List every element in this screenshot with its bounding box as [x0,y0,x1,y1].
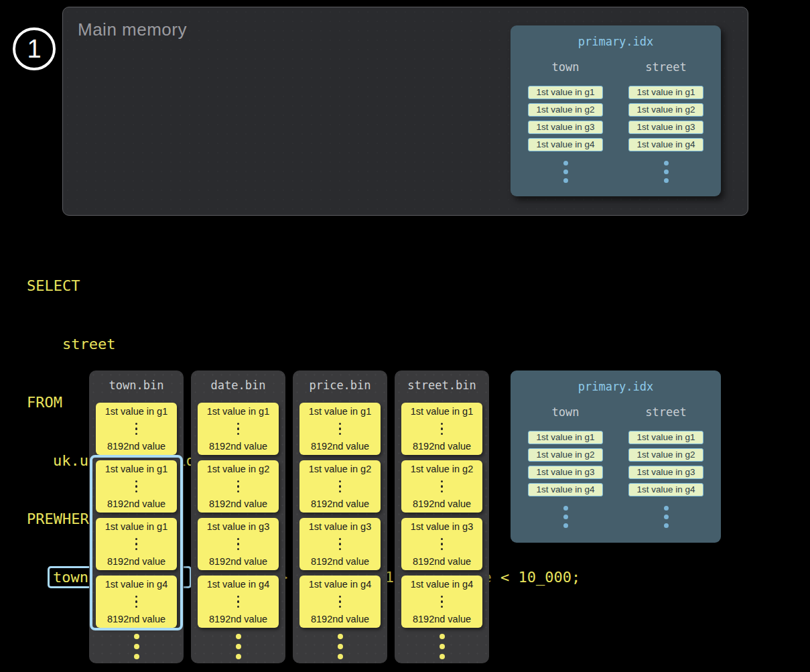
index-column-header: town [552,60,580,76]
granule-last-value: 8192nd value [209,556,267,567]
primary-index-panel-memory: primary.idx town 1st value in g1 1st val… [511,25,721,196]
main-memory-title: Main memory [78,19,187,40]
ellipsis-icon [135,538,138,551]
index-column-town: town 1st value in g1 1st value in g2 1st… [528,405,603,528]
granule-block: 1st value in g4 8192nd value [96,576,177,628]
ellipsis-icon [237,480,240,493]
ellipsis-icon [339,480,342,493]
index-entry: 1st value in g4 [528,483,603,496]
granule-block: 1st value in g3 8192nd value [401,518,482,570]
index-entry: 1st value in g3 [528,466,603,479]
bin-file-date: date.bin 1st value in g1 8192nd value 1s… [191,371,285,663]
index-entry: 1st value in g1 [528,431,603,444]
granule-block: 1st value in g2 8192nd value [401,460,482,513]
primary-index-title: primary.idx [511,380,721,395]
granule-first-value: 1st value in g1 [105,406,168,417]
granule-block: 1st value in g2 8192nd value [299,460,381,513]
index-entry: 1st value in g4 [528,138,603,151]
granule-last-value: 8192nd value [311,614,369,624]
index-entry: 1st value in g1 [628,86,703,99]
granule-first-value: 1st value in g1 [309,406,372,417]
granule-block: 1st value in g1 8192nd value [299,403,381,455]
granule-first-value: 1st value in g3 [411,521,474,532]
granule-block: 1st value in g1 8192nd value [96,460,177,513]
granule-block: 1st value in g1 8192nd value [401,403,482,455]
ellipsis-icon [237,423,240,435]
granule-last-value: 8192nd value [209,614,267,624]
granule-last-value: 8192nd value [311,441,369,452]
bin-file-title: town.bin [89,379,184,393]
ellipsis-icon [135,423,138,435]
index-entry: 1st value in g2 [528,103,603,117]
index-entry: 1st value in g2 [528,448,603,462]
granule-first-value: 1st value in g1 [105,464,168,474]
granule-first-value: 1st value in g4 [207,579,270,590]
index-entry: 1st value in g3 [628,466,703,479]
ellipsis-icon [441,596,444,608]
primary-index-columns: town 1st value in g1 1st value in g2 1st… [511,405,721,528]
more-entries-ellipsis-icon [664,161,669,183]
granule-last-value: 8192nd value [107,614,165,624]
bin-file-title: street.bin [395,379,489,393]
index-entry: 1st value in g1 [528,86,603,99]
granule-last-value: 8192nd value [311,556,369,567]
granule-last-value: 8192nd value [107,441,165,452]
index-column-header: street [645,60,686,76]
ellipsis-icon [339,538,342,551]
granule-block: 1st value in g4 8192nd value [198,576,279,628]
index-column-header: street [645,405,686,421]
primary-index-title: primary.idx [511,35,721,50]
index-entry: 1st value in g4 [628,138,703,151]
granule-last-value: 8192nd value [209,498,267,509]
more-granules-ellipsis-icon [191,634,285,659]
granule-first-value: 1st value in g4 [309,579,372,590]
bin-file-title: price.bin [293,379,387,393]
more-entries-ellipsis-icon [664,506,669,528]
ellipsis-icon [135,480,138,493]
granule-block: 1st value in g4 8192nd value [401,576,482,628]
granule-first-value: 1st value in g3 [309,521,372,532]
index-entry: 1st value in g1 [628,431,703,444]
granule-first-value: 1st value in g1 [105,521,168,532]
sql-select-column: street [27,334,580,354]
ellipsis-icon [237,538,240,551]
granule-last-value: 8192nd value [413,614,471,624]
index-entry: 1st value in g2 [628,448,703,462]
ellipsis-icon [441,538,444,551]
granule-first-value: 1st value in g1 [411,406,474,417]
granule-last-value: 8192nd value [311,498,369,509]
granule-first-value: 1st value in g2 [411,464,474,474]
index-entry: 1st value in g3 [528,121,603,134]
granule-first-value: 1st value in g4 [411,579,474,590]
ellipsis-icon [441,480,444,493]
primary-index-panel-disk: primary.idx town 1st value in g1 1st val… [511,371,721,543]
sql-keyword-select: SELECT [27,276,580,295]
more-granules-ellipsis-icon [89,634,184,659]
more-granules-ellipsis-icon [395,634,489,659]
granule-last-value: 8192nd value [413,441,471,452]
ellipsis-icon [237,596,240,608]
granule-first-value: 1st value in g4 [105,579,168,590]
granule-block: 1st value in g1 8192nd value [96,518,177,570]
ellipsis-icon [441,423,444,435]
bin-file-title: date.bin [191,379,285,393]
granule-block: 1st value in g1 8192nd value [198,403,279,455]
index-entry: 1st value in g4 [628,483,703,496]
step-number: 1 [27,35,41,64]
more-granules-ellipsis-icon [293,634,387,659]
index-entry: 1st value in g2 [628,103,703,117]
ellipsis-icon [339,596,342,608]
diagram-stage: 1 Main memory primary.idx town 1st value… [0,0,810,672]
step-number-badge: 1 [13,27,56,70]
index-column-street: street 1st value in g1 1st value in g2 1… [628,60,703,183]
granule-block: 1st value in g3 8192nd value [299,518,381,570]
bin-file-street: street.bin 1st value in g1 8192nd value … [395,371,489,663]
bin-file-town: town.bin 1st value in g1 8192nd value 1s… [89,371,184,663]
granule-last-value: 8192nd value [413,498,471,509]
index-column-header: town [552,405,580,421]
granule-first-value: 1st value in g3 [207,521,270,532]
more-entries-ellipsis-icon [563,506,568,528]
more-entries-ellipsis-icon [563,161,568,183]
primary-index-columns: town 1st value in g1 1st value in g2 1st… [511,60,721,183]
index-column-town: town 1st value in g1 1st value in g2 1st… [528,60,603,183]
